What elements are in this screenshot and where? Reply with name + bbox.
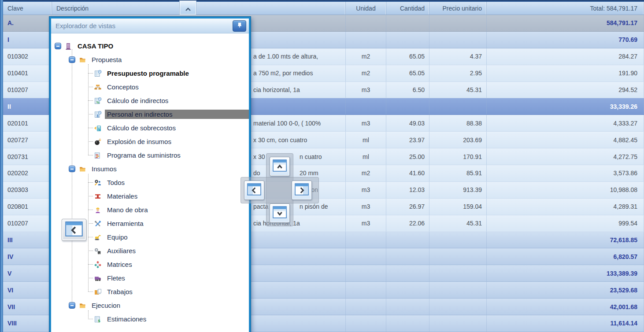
tree-item-ejecucion[interactable]: Ejecucion bbox=[51, 299, 249, 312]
dock-left-button[interactable] bbox=[244, 181, 264, 200]
description-fragment: n pisón de bbox=[300, 203, 328, 210]
cell-precio-unitario bbox=[429, 299, 487, 315]
cell-clave: II bbox=[3, 98, 52, 114]
column-header-total[interactable]: Total: 584,791.17 bbox=[487, 2, 644, 15]
tree-item-mano-de-obra[interactable]: Mano de obra bbox=[51, 203, 249, 217]
indirect-staff-icon bbox=[93, 110, 102, 119]
tree-item-programa-de-suministros[interactable]: Programa de suministros bbox=[51, 148, 249, 162]
cell-cantidad bbox=[386, 282, 429, 298]
cell-precio-unitario: 203.69 bbox=[429, 132, 487, 148]
cell-clave: 010401 bbox=[3, 65, 52, 81]
description-fragment: a 750 m2, por medios bbox=[253, 70, 313, 77]
cell-unidad: m3 bbox=[346, 199, 386, 215]
tree-guide-stub bbox=[88, 264, 93, 265]
collapse-header-button[interactable] bbox=[180, 1, 196, 15]
tree-item-label: Propuesta bbox=[89, 55, 124, 64]
app-window: ClaveDescripciónUnidadCantidadPrecio uni… bbox=[0, 0, 644, 332]
pushpin-icon bbox=[237, 22, 243, 30]
column-header-cantidad[interactable]: Cantidad bbox=[386, 2, 429, 15]
tree-item-label: Materiales bbox=[105, 192, 140, 201]
svg-text:%: % bbox=[96, 100, 100, 104]
cell-cantidad: 12.03 bbox=[386, 182, 429, 198]
tree-item-presupuesto-programable[interactable]: Presupuesto programable bbox=[51, 66, 249, 80]
tree-item-casa-tipo[interactable]: CASA TIPO bbox=[51, 39, 249, 53]
cell-unidad: m3 bbox=[346, 82, 386, 98]
dock-up-icon bbox=[273, 159, 287, 173]
cell-cantidad bbox=[386, 32, 429, 48]
cell-precio-unitario: 4.37 bbox=[429, 48, 487, 65]
window-top-border bbox=[0, 0, 644, 2]
folder-icon bbox=[78, 301, 87, 310]
column-header-desc[interactable]: Descripción bbox=[52, 2, 346, 15]
dock-down-button[interactable] bbox=[270, 203, 290, 223]
panel-title-bar[interactable]: Explorador de vistas bbox=[51, 18, 249, 33]
cell-unidad bbox=[346, 265, 386, 281]
all-resources-icon bbox=[93, 178, 102, 187]
tree-guide-stub bbox=[88, 291, 93, 292]
cell-clave: VI bbox=[3, 282, 52, 298]
cell-precio-unitario bbox=[429, 32, 487, 48]
tree-guide-stub bbox=[88, 100, 93, 101]
tree-item-label: Conceptos bbox=[105, 82, 141, 92]
tree-nodes: CASA TIPOPropuestaPresupuesto programabl… bbox=[51, 39, 249, 326]
cell-clave: III bbox=[3, 232, 52, 248]
cell-cantidad bbox=[386, 15, 429, 31]
tree-item-fletes[interactable]: Fletes bbox=[51, 271, 249, 285]
dock-up-button[interactable] bbox=[270, 157, 290, 176]
cell-unidad bbox=[346, 299, 386, 315]
supply-schedule-icon bbox=[93, 151, 102, 160]
tree-item-propuesta[interactable]: Propuesta bbox=[51, 53, 249, 66]
tree-collapse-toggle[interactable] bbox=[69, 166, 75, 172]
cell-total: 6,820.57 bbox=[487, 248, 644, 265]
cell-unidad: m2 bbox=[346, 165, 386, 181]
cell-unidad: m2 bbox=[346, 65, 386, 81]
tree-item-c-lculo-de-indirectos[interactable]: %Cálculo de indirectos bbox=[51, 94, 249, 107]
description-fragment: material 100 0-0, ( 100% bbox=[253, 120, 321, 127]
tree-item-explosi-n-de-insumos[interactable]: Explosión de insumos bbox=[51, 135, 249, 148]
tree-guide-stub bbox=[88, 155, 93, 155]
cell-clave: 020202 bbox=[3, 165, 52, 181]
dock-down-icon bbox=[273, 206, 287, 220]
cell-clave: VIII bbox=[3, 315, 52, 332]
tree-guide-stub bbox=[88, 278, 93, 278]
tree-item-matrices[interactable]: Matrices bbox=[51, 258, 249, 271]
column-header-clave[interactable]: Clave bbox=[3, 2, 52, 15]
cell-total: 11,614.14 bbox=[487, 315, 644, 332]
auxiliaries-icon bbox=[93, 247, 102, 255]
tree-item-estimaciones[interactable]: $Estimaciones bbox=[51, 312, 249, 326]
dock-right-button[interactable] bbox=[292, 181, 312, 200]
cell-total: 10,988.08 bbox=[487, 182, 644, 198]
tree-item-insumos[interactable]: Insumos bbox=[51, 162, 249, 176]
tree-item-label: Mano de obra bbox=[105, 205, 150, 214]
budget-schedule-icon bbox=[93, 69, 102, 78]
tree-item-conceptos[interactable]: Conceptos bbox=[51, 80, 249, 94]
description-fragment: do bbox=[253, 170, 260, 177]
folder-icon bbox=[78, 55, 87, 64]
cell-unidad bbox=[346, 248, 386, 265]
tree-collapse-toggle[interactable] bbox=[69, 302, 75, 309]
dock-edge-left-button[interactable] bbox=[62, 219, 86, 241]
tree-collapse-toggle[interactable] bbox=[69, 56, 75, 63]
cell-cantidad: 41.60 bbox=[386, 165, 429, 181]
tree-item-personal-en-indirectos[interactable]: Personal en indirectos bbox=[51, 107, 249, 121]
tree-guide-stub bbox=[88, 87, 93, 87]
tree-item-trabajos[interactable]: Trabajos bbox=[51, 285, 249, 299]
tree-item-materiales[interactable]: Materiales bbox=[51, 189, 249, 203]
window-left-border bbox=[0, 0, 3, 332]
indirect-costs-icon: % bbox=[93, 96, 102, 105]
cell-unidad: m3 bbox=[346, 215, 386, 232]
column-header-pu[interactable]: Precio unitario bbox=[429, 2, 487, 15]
column-header-unidad[interactable]: Unidad bbox=[346, 2, 386, 15]
cell-clave: 010302 bbox=[3, 48, 52, 65]
tree-item-label: Programa de suministros bbox=[105, 151, 183, 160]
cell-cantidad: 49.03 bbox=[386, 115, 429, 131]
cell-precio-unitario bbox=[429, 248, 487, 265]
cell-cantidad: 65.05 bbox=[386, 65, 429, 81]
pin-button[interactable] bbox=[233, 20, 246, 32]
tree-collapse-toggle[interactable] bbox=[55, 43, 61, 49]
tree-guide-stub bbox=[88, 210, 93, 210]
tree-item-c-lculo-de-sobrecostos[interactable]: Cálculo de sobrecostos bbox=[51, 121, 249, 135]
tree-item-auxiliares[interactable]: Auxiliares bbox=[51, 244, 249, 258]
tree-item-todos[interactable]: Todos bbox=[51, 176, 249, 189]
description-fragment: n cuatro bbox=[300, 153, 322, 160]
